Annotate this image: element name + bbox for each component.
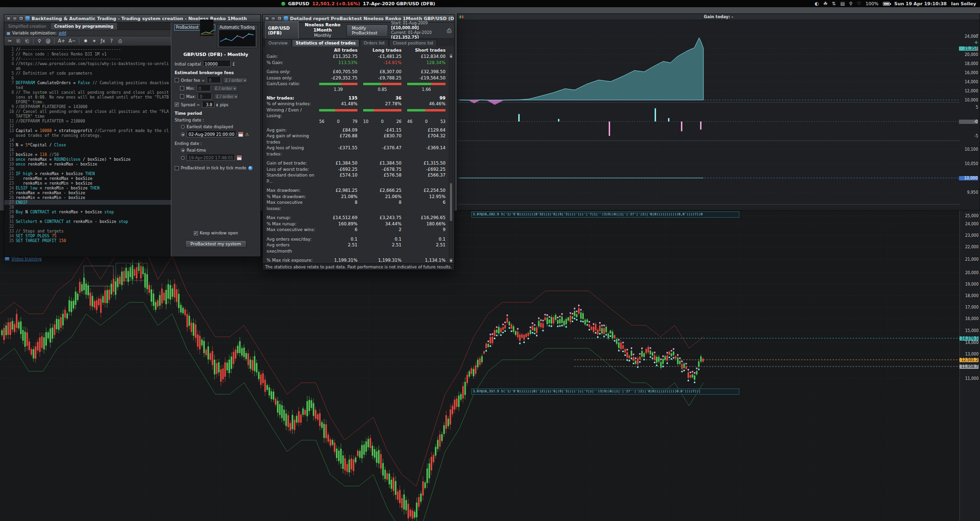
spotlight-icon[interactable]: ⚲ xyxy=(849,1,852,6)
order-fee-checkbox[interactable] xyxy=(175,78,179,82)
start-date-input[interactable]: 02-Aug-2009 21:00:00 xyxy=(187,131,236,137)
code-editor[interactable]: 1//-------------------------------------… xyxy=(4,46,171,256)
code-line[interactable]: 17boxSize = 110 //50 xyxy=(4,152,171,157)
battery-icon[interactable] xyxy=(883,2,890,6)
menu-clock[interactable]: Sun 19 Apr 19:10:38 xyxy=(894,1,947,6)
code-line[interactable]: 11//DEFPARAM FLATAFTER = 210000 xyxy=(4,119,171,123)
calendar-icon[interactable] xyxy=(237,155,242,160)
print-icon[interactable]: ⎙ xyxy=(446,27,452,34)
code-line[interactable]: 18once renkoMax = ROUND(close / boxSize)… xyxy=(4,157,171,162)
report-tab-closed-positions-list[interactable]: Closed positions list xyxy=(389,39,437,46)
code-line[interactable]: 33// Stops and targets xyxy=(4,229,171,233)
code-line[interactable]: 29Buy N CONTRACT at renkoMax + boxSize s… xyxy=(4,210,171,214)
editor-titlebar[interactable]: ✕─❐ Backtesting & Automatic Trading - Tr… xyxy=(4,15,260,22)
code-line[interactable]: 27ENDIF xyxy=(4,200,171,205)
variable-optimization-add-link[interactable]: add xyxy=(58,31,66,35)
font-increase-icon[interactable]: A+ xyxy=(58,38,65,44)
code-line[interactable]: 22 renkoMax = renkoMax + boxSize xyxy=(4,176,171,181)
code-line[interactable]: 10// Cancel all pending orders and close… xyxy=(4,109,171,119)
end-date-radio[interactable] xyxy=(181,156,185,160)
code-line[interactable]: 12 xyxy=(4,123,171,128)
max-fee-unit-select[interactable]: £ / order▾ xyxy=(214,93,239,100)
spread-input[interactable]: 3.8 xyxy=(202,101,214,108)
code-line[interactable]: 13Capital = 10000 + strategyprofit //Cur… xyxy=(4,128,171,138)
bulb-icon[interactable]: ✹ xyxy=(83,38,88,44)
print-icon[interactable]: ⎙ xyxy=(117,38,122,44)
copy-icon[interactable]: ⎘ xyxy=(16,38,21,44)
code-line[interactable]: 8// The system will cancel all pending o… xyxy=(4,90,171,104)
code-line[interactable]: 35SET TARGET PROFIT 150 xyxy=(4,238,171,243)
code-line[interactable]: 30 xyxy=(4,214,171,219)
wand-icon[interactable]: ✶ xyxy=(91,38,97,44)
realtime-radio[interactable] xyxy=(181,148,185,152)
stats-table[interactable]: Gain:£11,352.75-£1,481.25£12,834.00% Gai… xyxy=(263,53,454,263)
maximize-button[interactable]: ❐ xyxy=(277,16,282,21)
sync-icon[interactable]: ⇅ xyxy=(832,1,836,6)
control-center-icon[interactable]: ◐ xyxy=(815,1,819,6)
ticker-symbol[interactable]: GBPUSD xyxy=(288,1,309,6)
maximize-button[interactable]: ❐ xyxy=(19,16,23,21)
earliest-date-radio[interactable] xyxy=(181,125,185,129)
equity-chart-panel[interactable]: ▮▮ Gain today: - 24,00021,35320,00018,00… xyxy=(457,13,980,211)
code-line[interactable]: 25renkoMax = renkoMax - boxSize xyxy=(4,190,171,195)
font-decrease-icon[interactable]: A− xyxy=(68,38,76,44)
code-line[interactable]: 20 xyxy=(4,166,171,171)
code-line[interactable]: 15N = 5*Capital / Close xyxy=(4,143,171,147)
app-icon[interactable] xyxy=(281,2,285,6)
search-icon[interactable]: ⚲ xyxy=(37,38,42,44)
probacktest-mode-card[interactable]: ProBacktest xyxy=(174,24,215,31)
detailed-report-window[interactable]: ✕─❐ Detailed report ProBacktest Nneless … xyxy=(262,14,455,270)
at-icon[interactable]: @ xyxy=(45,38,51,44)
code-line[interactable]: 9//DEFPARAM FLATBEFORE = 143000 xyxy=(4,104,171,109)
scroll-up-icon[interactable]: ▲ xyxy=(449,54,453,58)
code-line[interactable]: 34SET STOP PLOSS 75 xyxy=(4,233,171,238)
min-fee-unit-select[interactable]: £ / order▾ xyxy=(213,85,238,91)
spread-checkbox[interactable]: ✓ xyxy=(175,102,179,107)
initial-capital-input[interactable]: 10000 xyxy=(203,61,231,67)
code-line[interactable]: 1//-------------------------------------… xyxy=(4,47,171,52)
end-date-input[interactable]: 19-Apr-2020 17:48:01 xyxy=(187,155,235,161)
code-line[interactable]: 26renkoMin = renkoMin - boxSize xyxy=(4,195,171,200)
code-line[interactable]: 23 renkoMin = renkoMin + boxSize xyxy=(4,181,171,186)
close-button[interactable]: ✕ xyxy=(265,16,269,21)
code-line[interactable]: 5// Definition of code parameters xyxy=(4,71,171,76)
code-line[interactable]: 3//-------------------------------------… xyxy=(4,56,171,61)
editor-tab-0[interactable]: Simplified creation xyxy=(4,23,51,30)
run-probacktest-button[interactable]: ProBacktest my system xyxy=(185,240,246,248)
tick-mode-checkbox[interactable] xyxy=(175,166,179,170)
editor-tab-1[interactable]: Creation by programming xyxy=(51,23,118,30)
code-line[interactable]: 7DEFPARAM CumulateOrders = False // Cumu… xyxy=(4,80,171,90)
min-fee-input[interactable]: 0 xyxy=(197,85,211,91)
close-button[interactable]: ✕ xyxy=(6,16,11,21)
scrollbar-thumb[interactable] xyxy=(450,183,452,221)
price-chart-window[interactable]: 25,00024,00023,00022,00021,00020,00019,0… xyxy=(0,211,980,521)
code-line[interactable]: 32 xyxy=(4,224,171,229)
code-line[interactable]: 21IF high > renkoMax + boxSize THEN xyxy=(4,171,171,176)
order-fee-input[interactable]: 0 xyxy=(207,77,221,83)
video-training-link[interactable]: Video training xyxy=(5,256,42,261)
equity-chart-canvas[interactable] xyxy=(457,20,960,213)
heart-icon[interactable]: ♡ xyxy=(857,1,861,6)
max-fee-input[interactable]: 0 xyxy=(198,93,212,100)
report-tab-overview[interactable]: Overview xyxy=(265,39,291,46)
cut-icon[interactable]: ✂ xyxy=(7,38,12,44)
scroll-down-icon[interactable]: ▼ xyxy=(449,258,453,263)
code-line[interactable]: 16 xyxy=(4,147,171,152)
min-fee-checkbox[interactable] xyxy=(180,86,184,90)
paste-icon[interactable]: ⎗ xyxy=(24,38,30,44)
minimize-button[interactable]: ─ xyxy=(271,16,276,21)
code-line[interactable]: 31Sellshort n CONTRACT at renkoMin - box… xyxy=(4,219,171,224)
leaf-icon[interactable]: ☘ xyxy=(824,1,828,6)
code-line[interactable]: 6 xyxy=(4,76,171,80)
code-line[interactable]: 24ELSIF low < renkoMin - boxSize THEN xyxy=(4,186,171,190)
code-line[interactable]: 19once renkoMin = renkoMax - boxSize xyxy=(4,162,171,166)
help-icon[interactable]: ? xyxy=(109,38,114,44)
order-fee-unit-select[interactable]: £ / order▾ xyxy=(223,77,248,83)
calendar-icon[interactable] xyxy=(238,132,243,137)
report-instrument-box[interactable]: GBP/USD (DFB) xyxy=(265,22,299,40)
keep-window-checkbox[interactable]: ✓ xyxy=(194,231,198,235)
automatic-trading-mode-card[interactable]: Automatic Trading xyxy=(217,24,258,48)
menu-user[interactable]: Ian Solley xyxy=(951,1,976,6)
start-date-radio[interactable] xyxy=(181,133,185,136)
spread-stepper[interactable]: ▲▼ xyxy=(216,103,218,107)
